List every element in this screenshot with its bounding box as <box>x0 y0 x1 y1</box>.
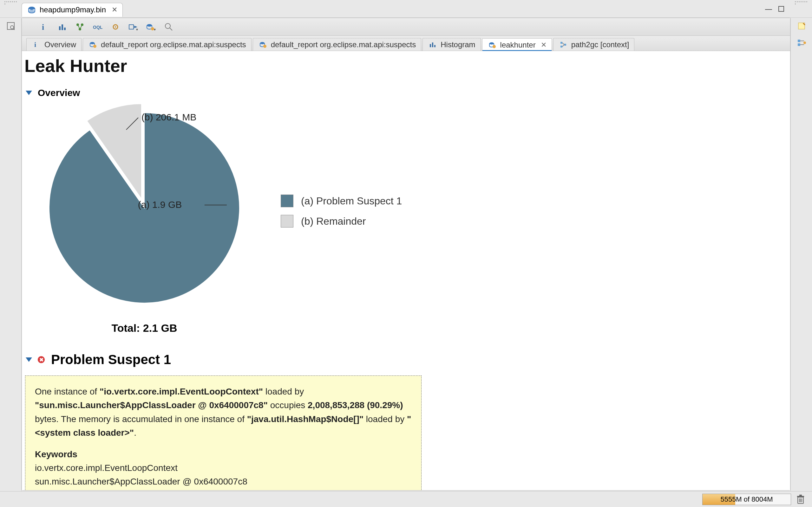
svg-point-21 <box>151 27 154 31</box>
svg-rect-50 <box>797 496 804 497</box>
editor-file-tab-label: heapdump9may.bin <box>40 5 106 14</box>
inner-tab[interactable]: path2gc [context] <box>553 38 635 51</box>
heap-memory-indicator[interactable]: 5555M of 8004M <box>702 494 791 505</box>
tree-icon <box>559 40 568 49</box>
panel-drag-handle-right[interactable] <box>791 0 812 17</box>
search-view-icon[interactable] <box>6 21 16 31</box>
close-icon[interactable]: ✕ <box>112 6 117 14</box>
right-trim-strip <box>791 18 812 491</box>
svg-point-23 <box>165 23 170 29</box>
problem-suspect-section-header[interactable]: ✖ Problem Suspect 1 <box>24 350 788 369</box>
legend-label: (a) Problem Suspect 1 <box>301 195 402 207</box>
svg-point-26 <box>90 42 95 44</box>
chart-total-label: Total: 2.1 GB <box>46 322 243 334</box>
histogram-icon[interactable] <box>57 22 67 32</box>
svg-point-3 <box>10 26 14 29</box>
svg-rect-32 <box>434 45 436 47</box>
inner-tab-label: default_report org.eclipse.mat.api:suspe… <box>271 40 416 49</box>
find-icon[interactable] <box>164 22 173 32</box>
editor-file-tab[interactable]: heapdump9may.bin ✕ <box>21 3 123 17</box>
heapdump-file-icon <box>27 5 37 14</box>
inner-tab[interactable]: default_report org.eclipse.mat.api:suspe… <box>253 38 421 51</box>
run-query-icon[interactable] <box>129 22 138 32</box>
keyword-line: java.util.HashMap$Node[] <box>35 489 412 490</box>
editor-tab-bar: heapdump9may.bin ✕ <box>0 0 812 18</box>
svg-marker-19 <box>136 29 138 31</box>
close-icon[interactable]: ✕ <box>541 41 547 49</box>
svg-line-39 <box>562 45 564 47</box>
inner-tab-label: leakhunter <box>500 41 536 49</box>
inner-tab[interactable]: default_report org.eclipse.mat.api:suspe… <box>83 38 252 51</box>
overview-section-header[interactable]: Overview <box>24 86 788 100</box>
inner-tab-label: path2gc [context] <box>571 40 629 49</box>
svg-rect-51 <box>799 495 802 496</box>
legend-swatch <box>281 194 293 207</box>
notes-view-icon[interactable] <box>797 21 807 31</box>
suspect-paragraph: One instance of "io.vertx.core.impl.Even… <box>35 385 412 440</box>
overview-heading-label: Overview <box>38 88 80 98</box>
minimize-view-icon[interactable] <box>765 8 772 10</box>
pie-callout-b: (b) 206.1 MB <box>142 112 196 123</box>
svg-rect-17 <box>129 25 134 29</box>
gear-icon[interactable] <box>111 22 120 32</box>
svg-rect-35 <box>560 42 562 44</box>
inner-tab-label: Overview <box>44 40 76 49</box>
editor-toolbar: i OQL <box>22 18 790 36</box>
problem-suspect-heading-label: Problem Suspect 1 <box>51 352 171 367</box>
svg-rect-37 <box>564 44 566 46</box>
query-browser-icon[interactable] <box>146 22 156 32</box>
legend-item: (a) Problem Suspect 1 <box>281 194 402 207</box>
svg-rect-31 <box>432 43 433 47</box>
inner-tab[interactable]: Histogram <box>422 38 480 51</box>
svg-point-20 <box>147 24 152 26</box>
run-gc-icon[interactable] <box>796 494 806 504</box>
svg-marker-18 <box>134 26 137 28</box>
left-trim-strip <box>0 18 21 491</box>
svg-point-27 <box>93 45 96 48</box>
view-controls <box>765 6 784 12</box>
svg-line-13 <box>80 25 82 29</box>
status-bar: 5555M of 8004M <box>0 491 812 507</box>
svg-point-0 <box>29 7 35 10</box>
inner-tab-bar: iOverviewdefault_report org.eclipse.mat.… <box>22 36 790 51</box>
svg-point-1 <box>29 10 35 13</box>
svg-point-34 <box>493 45 496 48</box>
pie-legend: (a) Problem Suspect 1(b) Remainder <box>281 194 402 228</box>
legend-label: (b) Remainder <box>301 216 366 227</box>
svg-rect-44 <box>798 40 800 42</box>
svg-marker-22 <box>154 29 156 31</box>
svg-line-12 <box>78 25 80 29</box>
svg-rect-36 <box>560 46 562 48</box>
svg-point-48 <box>803 42 806 44</box>
svg-point-33 <box>490 42 494 44</box>
svg-line-24 <box>170 28 172 31</box>
svg-point-16 <box>115 26 116 27</box>
oql-icon[interactable]: OQL <box>93 22 102 32</box>
inner-tab-label: Histogram <box>441 40 475 49</box>
heap-memory-text: 5555M of 8004M <box>720 495 773 504</box>
inner-tab[interactable]: leakhunter✕ <box>482 38 552 51</box>
problem-suspect-details: One instance of "io.vertx.core.impl.Even… <box>25 376 421 490</box>
inner-tab-label: default_report org.eclipse.mat.api:suspe… <box>101 40 246 49</box>
report-icon <box>488 40 497 50</box>
keyword-line: sun.misc.Launcher$AppClassLoader @ 0x640… <box>35 475 412 488</box>
svg-rect-7 <box>61 24 63 30</box>
report-icon <box>258 40 268 49</box>
maximize-view-icon[interactable] <box>778 6 784 12</box>
legend-item: (b) Remainder <box>281 215 402 228</box>
inner-tab[interactable]: iOverview <box>26 38 82 51</box>
svg-text:i: i <box>34 41 36 49</box>
svg-point-28 <box>260 42 264 44</box>
keywords-heading: Keywords <box>35 447 412 461</box>
svg-text:i: i <box>42 22 44 32</box>
svg-text:OQL: OQL <box>93 25 103 30</box>
editor-area: i OQL iOverviewdefault_report org.eclips… <box>21 18 791 491</box>
svg-line-38 <box>562 43 564 45</box>
disclosure-triangle-icon <box>26 357 32 362</box>
navigation-history-icon[interactable] <box>797 38 807 48</box>
disclosure-triangle-icon <box>26 91 32 95</box>
panel-drag-handle-left[interactable] <box>0 0 21 17</box>
dominator-tree-icon[interactable] <box>75 22 85 32</box>
info-icon[interactable]: i <box>40 22 49 32</box>
report-content: Leak Hunter Overview (a) 1.9 GB (b) 206.… <box>22 51 790 490</box>
